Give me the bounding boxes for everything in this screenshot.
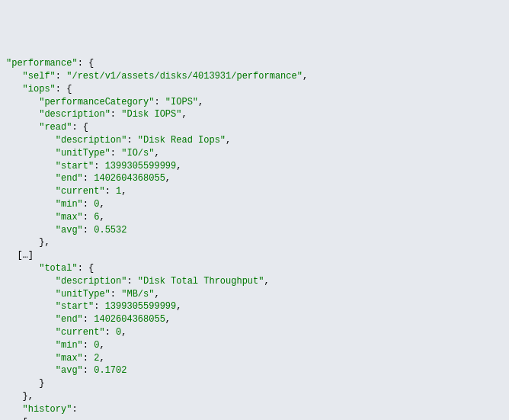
json-key: "self" <box>23 71 56 82</box>
json-key: "iops" <box>23 84 56 95</box>
json-key: "description" <box>56 135 127 146</box>
json-key: "avg" <box>56 225 83 236</box>
json-value: "IO/s" <box>121 148 154 159</box>
json-value: "Disk Total Throughput" <box>138 276 264 287</box>
json-key: "unitType" <box>56 148 110 159</box>
code-line: }, <box>6 237 50 248</box>
code-line: "unitType": "MB/s", <box>6 289 160 300</box>
code-line: "description": "Disk Read Iops", <box>6 135 231 146</box>
json-value: "/rest/v1/assets/disks/4013931/performan… <box>66 71 303 82</box>
code-line: "self": "/rest/v1/assets/disks/4013931/p… <box>6 71 308 82</box>
code-line: "avg": 0.5532 <box>6 225 126 236</box>
json-value: 2 <box>94 353 99 364</box>
json-value: 0.5532 <box>94 225 126 236</box>
code-line: "history": <box>6 404 78 415</box>
code-line: "read": { <box>6 122 88 133</box>
code-line: "min": 0, <box>6 199 105 210</box>
json-key: "total" <box>39 263 77 274</box>
json-key: "unitType" <box>56 289 110 300</box>
code-line: "start": 1399305599999, <box>6 161 181 172</box>
json-value: 1402604368055 <box>94 314 165 325</box>
json-key: "read" <box>39 122 72 133</box>
code-line: }, <box>6 391 34 402</box>
code-line: "iops": { <box>6 84 72 95</box>
json-value: "IOPS" <box>165 97 198 107</box>
json-key: "start" <box>56 161 94 172</box>
json-key: "max" <box>56 212 83 223</box>
json-key: "description" <box>56 276 127 287</box>
json-key: "start" <box>56 301 94 312</box>
json-value: 0.1702 <box>94 365 126 376</box>
json-value: "Disk Read Iops" <box>138 135 226 146</box>
code-line: […] <box>6 250 34 261</box>
code-line: "performanceCategory": "IOPS", <box>6 97 203 107</box>
json-key: "current" <box>56 186 105 197</box>
json-key: "current" <box>56 327 105 338</box>
json-value: 1399305599999 <box>105 301 177 312</box>
json-key: "end" <box>56 173 83 184</box>
json-value: 0 <box>116 327 121 338</box>
json-key: "avg" <box>56 365 83 376</box>
json-key: "performanceCategory" <box>39 97 154 107</box>
json-value: 6 <box>94 212 99 223</box>
json-key: "performance" <box>6 58 78 69</box>
code-line: "end": 1402604368055, <box>6 173 171 184</box>
code-line: "max": 2, <box>6 353 105 364</box>
json-key: "min" <box>56 340 83 351</box>
json-key: "min" <box>56 199 83 210</box>
code-line: [ <box>6 417 28 421</box>
json-value: 1 <box>116 186 121 197</box>
json-value: "Disk IOPS" <box>121 109 181 120</box>
json-key: "max" <box>56 353 83 364</box>
code-line: "unitType": "IO/s", <box>6 148 160 159</box>
code-line: "start": 1399305599999, <box>6 301 181 312</box>
code-line: "end": 1402604368055, <box>6 314 171 325</box>
code-line: "performance": { <box>6 58 94 69</box>
code-line: "description": "Disk Total Throughput", <box>6 276 270 287</box>
code-line: "avg": 0.1702 <box>6 365 126 376</box>
code-line: "min": 0, <box>6 340 105 351</box>
json-value: 0 <box>94 340 99 351</box>
code-line: "max": 6, <box>6 212 105 223</box>
code-line: } <box>6 378 44 389</box>
json-value: "MB/s" <box>121 289 154 300</box>
code-line: "total": { <box>6 263 94 274</box>
json-value: 0 <box>94 199 99 210</box>
json-key: "history" <box>23 404 72 415</box>
json-key: "description" <box>39 109 110 120</box>
code-line: "current": 1, <box>6 186 126 197</box>
json-code-display: "performance": { "self": "/rest/v1/asset… <box>6 57 503 420</box>
code-line: "description": "Disk IOPS", <box>6 109 187 120</box>
json-key: "end" <box>56 314 83 325</box>
json-value: 1399305599999 <box>105 161 177 172</box>
json-value: 1402604368055 <box>94 173 165 184</box>
code-line: "current": 0, <box>6 327 126 338</box>
